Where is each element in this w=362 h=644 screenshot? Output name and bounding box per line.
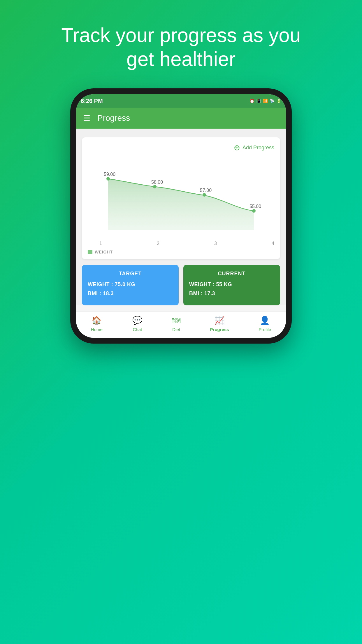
svg-text:55.00: 55.00: [249, 204, 261, 209]
nav-diet[interactable]: 🍽 Diet: [172, 316, 180, 332]
content-area: ⊕ Add Progress: [76, 129, 286, 305]
x-label-1: 1: [99, 241, 102, 246]
status-time: 6:26 PM: [81, 98, 103, 104]
status-icon-battery: 🔋: [276, 99, 281, 103]
app-title: Progress: [97, 113, 130, 123]
chart-point-4: [252, 209, 256, 213]
status-icons: ⏰ 📳 📶 📡 🔋: [249, 99, 281, 103]
svg-text:58.00: 58.00: [151, 180, 163, 185]
x-label-4: 4: [272, 241, 274, 246]
legend-label: WEIGHT: [95, 250, 113, 254]
status-icon-1: ⏰: [249, 99, 254, 103]
legend-color-box: [88, 250, 92, 254]
chart-point-3: [203, 193, 206, 197]
current-bmi: BMI : 17.3: [189, 290, 274, 297]
nav-progress[interactable]: 📈 Progress: [210, 316, 229, 332]
svg-text:59.00: 59.00: [104, 172, 115, 177]
chat-icon: 💬: [132, 316, 143, 325]
nav-home-label: Home: [91, 327, 103, 332]
status-icon-wifi: 📶: [263, 99, 268, 103]
menu-icon[interactable]: ☰: [83, 113, 90, 123]
current-weight: WEIGHT : 55 KG: [189, 281, 274, 288]
progress-icon: 📈: [215, 316, 225, 325]
phone-screen: 6:26 PM ⏰ 📳 📶 📡 🔋 ☰ Progress ⊕ Add Progr…: [76, 94, 286, 338]
x-label-3: 3: [214, 241, 217, 246]
chart-legend: WEIGHT: [88, 250, 274, 254]
app-bar: ☰ Progress: [76, 108, 286, 129]
target-weight: WEIGHT : 75.0 KG: [88, 281, 173, 288]
nav-profile[interactable]: 👤 Profile: [259, 316, 271, 332]
current-card: CURRENT WEIGHT : 55 KG BMI : 17.3: [183, 265, 280, 305]
nav-chat-label: Chat: [133, 327, 142, 332]
headline: Track your progress as you get healthier: [50, 23, 312, 71]
nav-progress-label: Progress: [210, 327, 229, 332]
status-icon-signal: 📡: [270, 99, 275, 103]
phone-mockup: 6:26 PM ⏰ 📳 📶 📡 🔋 ☰ Progress ⊕ Add Progr…: [70, 88, 292, 344]
profile-icon: 👤: [260, 316, 270, 325]
add-circle-icon: ⊕: [234, 143, 240, 152]
target-title: TARGET: [88, 271, 173, 277]
bottom-nav: 🏠 Home 💬 Chat 🍽 Diet 📈 Progress 👤 Profil…: [76, 311, 286, 338]
target-card: TARGET WEIGHT : 75.0 KG BMI : 18.3: [82, 265, 179, 305]
nav-profile-label: Profile: [259, 327, 271, 332]
chart-point-2: [153, 185, 157, 188]
svg-text:57.00: 57.00: [200, 188, 212, 193]
add-progress-label: Add Progress: [242, 145, 274, 151]
status-icon-vibrate: 📳: [256, 99, 261, 103]
chart-card: ⊕ Add Progress: [82, 137, 280, 259]
chart-x-labels: 1 2 3 4: [88, 239, 274, 247]
diet-icon: 🍽: [172, 316, 180, 325]
target-bmi: BMI : 18.3: [88, 290, 173, 297]
status-bar: 6:26 PM ⏰ 📳 📶 📡 🔋: [76, 94, 286, 108]
x-label-2: 2: [157, 241, 159, 246]
stats-row: TARGET WEIGHT : 75.0 KG BMI : 18.3 CURRE…: [82, 265, 280, 305]
weight-chart: 59.00 58.00 57.00 55.00: [88, 157, 274, 239]
nav-chat[interactable]: 💬 Chat: [132, 316, 143, 332]
home-icon: 🏠: [92, 316, 102, 325]
nav-home[interactable]: 🏠 Home: [91, 316, 103, 332]
chart-point-1: [106, 177, 110, 181]
chart-svg: 59.00 58.00 57.00 55.00: [88, 157, 274, 239]
add-progress-button[interactable]: ⊕ Add Progress: [88, 143, 274, 152]
current-title: CURRENT: [189, 271, 274, 277]
nav-diet-label: Diet: [172, 327, 180, 332]
